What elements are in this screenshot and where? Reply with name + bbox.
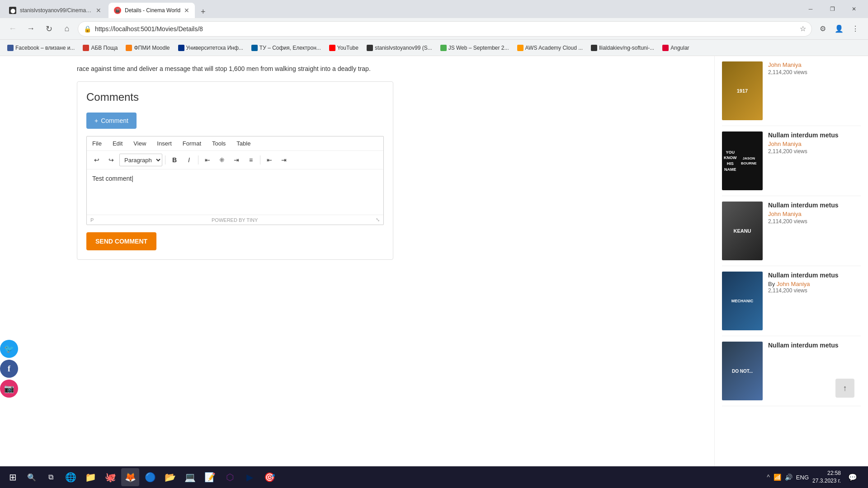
editor-body[interactable]: Test comment — [87, 169, 383, 215]
movie-views-3: 2,114,200 views — [768, 218, 861, 225]
new-tab-button[interactable]: + — [197, 5, 209, 18]
bookmark-tu-label: ТУ – София, Електрон... — [259, 45, 321, 51]
movie-thumbnail-2[interactable]: YOUKNOWHISNAMEJASON BOURNE — [722, 131, 763, 190]
taskbar-github[interactable]: 🐙 — [101, 468, 119, 486]
twitter-button[interactable]: 🐦 — [0, 340, 18, 358]
align-right-button[interactable]: ⇥ — [230, 154, 243, 166]
browser-frame: ⬤ stanislvstoyanov99/CinemaWo... ✕ 🎬 Det… — [0, 0, 868, 488]
page-content: race against time and deliver a message … — [0, 56, 868, 466]
movie-thumbnail-1[interactable]: 1917 — [722, 61, 763, 120]
bookmark-tu[interactable]: ТУ – София, Електрон... — [248, 43, 325, 53]
menu-button[interactable]: ⋮ — [848, 22, 863, 36]
send-comment-button[interactable]: SEND COMMENT — [86, 232, 156, 250]
taskbar-edge[interactable]: 🌐 — [61, 468, 80, 486]
editor-menu-insert[interactable]: Insert — [155, 139, 174, 148]
back-button[interactable]: ← — [5, 22, 20, 36]
taskbar-vs-code[interactable]: 📝 — [201, 468, 219, 486]
taskbar-extra[interactable]: 🎯 — [260, 468, 278, 486]
bookmark-jsweb-label: JS Web – September 2... — [448, 45, 509, 51]
taskbar-notification-button[interactable]: 💬 — [844, 469, 861, 485]
scroll-to-top-button[interactable]: ↑ — [835, 379, 854, 398]
security-icon: 🔒 — [84, 25, 91, 33]
bookmark-ng-softuni-label: llialdakiev/ng-softuni-... — [599, 45, 654, 51]
taskbar-terminal[interactable]: ▶ — [241, 468, 259, 486]
sidebar-movie-2: YOUKNOWHISNAMEJASON BOURNE Nullam interd… — [722, 126, 861, 196]
movie-thumbnail-5[interactable]: DO NOT... — [722, 342, 763, 400]
editor-menu-edit[interactable]: Edit — [111, 139, 124, 148]
taskbar-language[interactable]: ENG — [796, 474, 809, 481]
start-button[interactable]: ⊞ — [4, 468, 22, 486]
bookmark-angular[interactable]: Angular — [659, 43, 693, 53]
tu-bookmark-favicon — [251, 45, 258, 51]
align-center-button[interactable]: ⁜ — [216, 154, 228, 166]
taskbar-task-view[interactable]: ⧉ — [42, 468, 60, 486]
bookmark-star-icon[interactable]: ☆ — [800, 24, 806, 33]
bold-button[interactable]: B — [168, 154, 181, 166]
taskbar-chrome[interactable]: 🔵 — [141, 468, 159, 486]
movie-thumbnail-3[interactable]: KEANU — [722, 202, 763, 260]
tab-github-close[interactable]: ✕ — [96, 7, 101, 14]
bookmark-stanislav[interactable]: stanislvstoyanov99 (S... — [363, 43, 436, 53]
tab-details[interactable]: 🎬 Details - Cinema World ✕ — [108, 3, 195, 18]
indent-increase-button[interactable]: ⇥ — [278, 154, 290, 166]
bookmark-moodle[interactable]: ФПМИ Moodle — [122, 43, 173, 53]
bookmark-youtube[interactable]: YouTube — [326, 43, 362, 53]
refresh-button[interactable]: ↻ — [42, 22, 56, 36]
redo-button[interactable]: ↪ — [105, 154, 118, 166]
tab-details-close[interactable]: ✕ — [184, 7, 189, 14]
taskbar-chevron[interactable]: ^ — [767, 474, 770, 481]
taskbar-file-explorer[interactable]: 📁 — [81, 468, 99, 486]
bookmark-aws[interactable]: AWS Academy Cloud ... — [514, 43, 587, 53]
extensions-button[interactable]: ⚙ — [816, 22, 830, 36]
instagram-button[interactable]: 📷 — [0, 380, 18, 398]
home-button[interactable]: ⌂ — [60, 22, 74, 36]
bookmark-university-label: Университетска Инф... — [186, 45, 243, 51]
taskbar-volume-icon[interactable]: 🔊 — [785, 474, 793, 481]
editor-menu-format[interactable]: Format — [181, 139, 203, 148]
maximize-button[interactable]: ❐ — [822, 2, 843, 16]
editor-menu-view[interactable]: View — [132, 139, 148, 148]
add-comment-button[interactable]: + Comment — [86, 113, 137, 129]
bookmark-youtube-label: YouTube — [337, 45, 359, 51]
toolbar-right: ⚙ 👤 ⋮ — [816, 22, 863, 36]
address-bar[interactable]: 🔒 https://localhost:5001/Movies/Details/… — [78, 21, 812, 37]
profile-button[interactable]: 👤 — [832, 22, 846, 36]
close-window-button[interactable]: ✕ — [844, 2, 864, 16]
editor-menu-tools[interactable]: Tools — [210, 139, 227, 148]
align-justify-button[interactable]: ≡ — [245, 154, 257, 166]
bookmark-facebook[interactable]: Facebook – влизане и... — [4, 43, 78, 53]
movie-thumbnail-placeholder-2: YOUKNOWHISNAMEJASON BOURNE — [722, 131, 763, 190]
taskbar-folder-2[interactable]: 📂 — [161, 468, 179, 486]
toolbar-separator-1 — [165, 155, 165, 164]
tab-github[interactable]: ⬤ stanislvstoyanov99/CinemaWo... ✕ — [4, 3, 107, 18]
indent-decrease-button[interactable]: ⇤ — [263, 154, 276, 166]
bookmark-university[interactable]: Университетска Инф... — [175, 43, 247, 53]
align-left-button[interactable]: ⇤ — [201, 154, 214, 166]
jsweb-bookmark-favicon — [440, 45, 447, 51]
bookmark-jsweb[interactable]: JS Web – September 2... — [437, 43, 513, 53]
bookmark-ng-softuni[interactable]: llialdakiev/ng-softuni-... — [587, 43, 658, 53]
taskbar-search-button[interactable]: 🔍 — [24, 469, 40, 485]
taskbar-network-icon[interactable]: 📶 — [774, 474, 781, 481]
bookmark-moodle-label: ФПМИ Moodle — [134, 45, 170, 51]
editor-menu-file[interactable]: File — [90, 139, 104, 148]
editor-menu-table[interactable]: Table — [235, 139, 252, 148]
paragraph-format-select[interactable]: Paragraph — [119, 154, 162, 166]
taskbar-git-desktop[interactable]: 💻 — [181, 468, 199, 486]
toolbar-separator-3 — [260, 155, 260, 164]
taskbar-vs[interactable]: ⬡ — [221, 468, 239, 486]
movie-thumbnail-4[interactable]: MECHANIC — [722, 272, 763, 330]
undo-button[interactable]: ↩ — [90, 154, 103, 166]
taskbar-date: 27.3.2023 г. — [812, 477, 841, 485]
sidebar-movie-4: MECHANIC Nullam interdum metus By John M… — [722, 266, 861, 336]
minimize-button[interactable]: ─ — [800, 2, 821, 16]
sidebar: 1917 John Maniya 2,114,200 views YOUKNOW… — [714, 56, 868, 466]
instagram-icon: 📷 — [4, 384, 14, 394]
facebook-button[interactable]: f — [0, 360, 18, 378]
taskbar-firefox[interactable]: 🦊 — [121, 468, 139, 486]
taskbar-clock[interactable]: 22:58 27.3.2023 г. — [812, 469, 841, 485]
bookmark-abv[interactable]: АБВ Поща — [79, 43, 121, 53]
editor-resize-handle[interactable]: ⤡ — [376, 217, 380, 223]
italic-button[interactable]: I — [183, 154, 195, 166]
forward-button[interactable]: → — [24, 22, 38, 36]
